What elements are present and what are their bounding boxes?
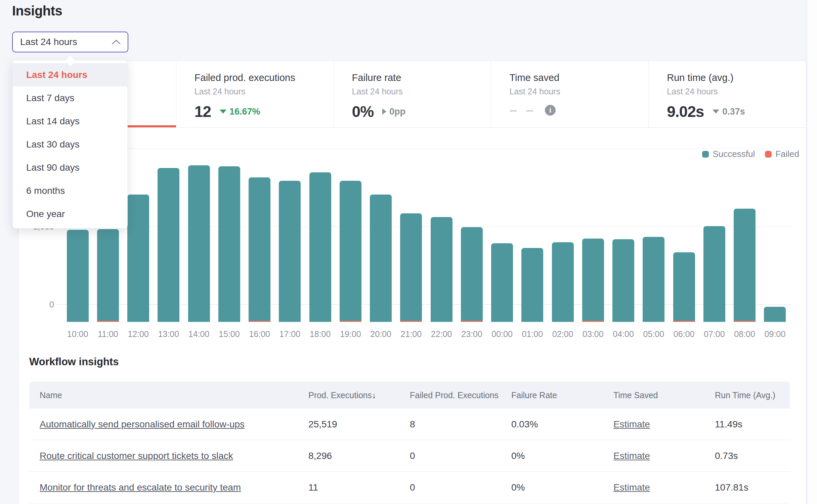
bar-failed-segment (582, 321, 604, 322)
info-icon[interactable]: i (545, 105, 556, 116)
menu-item-last-90-days[interactable]: Last 90 days (13, 156, 127, 179)
insights-panel: Failed prod. executionsLast 24 hours1216… (18, 60, 806, 504)
column-header-failure-rate[interactable]: Failure Rate (511, 382, 613, 409)
card-subtitle: Last 24 hours (667, 87, 799, 96)
run-time-cell: 107.81s (715, 472, 790, 503)
bar-group-17-00 (275, 165, 305, 322)
bar-successful-segment (188, 165, 210, 322)
card-delta-value: 16.67% (229, 107, 260, 117)
legend-item-failed[interactable]: Failed (765, 149, 799, 159)
bar (370, 195, 392, 322)
bar-successful-segment (309, 172, 331, 322)
metric-card-failure-rate[interactable]: Failure rateLast 24 hours0%0pp (334, 61, 491, 127)
card-delta: 16.67% (220, 107, 260, 117)
bar-failed-segment (461, 321, 483, 322)
bar (552, 242, 574, 322)
menu-item-last-14-days[interactable]: Last 14 days (13, 110, 127, 133)
bar-failed-segment (249, 321, 270, 322)
column-header-name[interactable]: Name (29, 382, 308, 409)
bar-group-19-00 (335, 165, 366, 322)
bar-group-16-00 (245, 165, 275, 322)
column-header-prod-executions[interactable]: Prod. Executions↓ (308, 382, 410, 409)
x-axis-label: 22:00 (426, 329, 457, 339)
bar (521, 248, 543, 322)
bar-successful-segment (431, 217, 453, 322)
estimate-link[interactable]: Estimate (613, 451, 650, 461)
bar-successful-segment (249, 177, 270, 321)
column-header-failed-prod-executions[interactable]: Failed Prod. Executions (410, 382, 511, 409)
card-value: 12 (195, 102, 211, 121)
bar (734, 209, 756, 322)
x-axis-label: 04:00 (608, 329, 639, 339)
table-row: Monitor for threats and escalate to secu… (29, 472, 790, 503)
menu-item-6-months[interactable]: 6 months (13, 179, 127, 202)
bar (491, 243, 513, 322)
bar-successful-segment (279, 181, 301, 322)
bar-successful-segment (643, 237, 664, 322)
x-axis-label: 20:00 (366, 329, 396, 339)
x-axis-label: 05:00 (639, 329, 669, 339)
estimate-link[interactable]: Estimate (613, 419, 650, 429)
estimate-link[interactable]: Estimate (613, 482, 650, 493)
metric-card-run-time-avg[interactable]: Run time (avg.)Last 24 hours9.02s0.37s (649, 61, 806, 127)
bar-successful-segment (400, 213, 422, 321)
menu-item-one-year[interactable]: One year (13, 202, 127, 225)
card-subtitle: Last 24 hours (509, 87, 642, 96)
bar-successful-segment (491, 243, 513, 322)
bar-successful-segment (158, 168, 179, 322)
bar-successful-segment (582, 239, 604, 321)
bar-group-15-00 (214, 165, 244, 322)
legend-item-successful[interactable]: Successful (702, 149, 755, 159)
executions-chart: Successful Failed 01,0002,000 10:0011:00… (19, 127, 806, 342)
card-delta-value: 0pp (389, 107, 405, 117)
workflow-name-link[interactable]: Automatically send personalised email fo… (40, 419, 245, 429)
scrollbar-track[interactable] (807, 0, 817, 504)
bar-group-20-00 (366, 165, 396, 322)
bar (612, 239, 634, 322)
metric-card-time-saved[interactable]: Time savedLast 24 hours– –i (491, 61, 649, 127)
bar-plot-area (62, 165, 790, 322)
x-axis-label: 02:00 (548, 329, 578, 339)
bar-failed-segment (400, 321, 422, 322)
legend-label-successful: Successful (713, 149, 755, 159)
workflow-table: NameProd. Executions↓Failed Prod. Execut… (29, 382, 790, 503)
card-subtitle: Last 24 hours (352, 87, 484, 96)
time-saved-cell: Estimate (613, 472, 715, 503)
card-value-row: – –i (509, 102, 642, 118)
bar-failed-segment (97, 321, 119, 322)
x-axis-label: 01:00 (517, 329, 548, 339)
workflow-table-header-row: NameProd. Executions↓Failed Prod. Execut… (29, 382, 790, 409)
prod-executions-cell: 11 (308, 472, 410, 503)
column-header-run-time-avg[interactable]: Run Time (Avg.) (715, 382, 790, 409)
x-axis-label: 18:00 (305, 329, 335, 339)
x-axis-label: 10:00 (62, 329, 93, 339)
bar-group-21-00 (396, 165, 426, 322)
bar-failed-segment (734, 321, 756, 322)
triangle-down-icon (220, 110, 226, 114)
workflow-name-link[interactable]: Route critical customer support tickets … (40, 451, 233, 461)
bar-group-04-00 (608, 165, 639, 322)
bar-successful-segment (521, 248, 543, 322)
bar-successful-segment (612, 239, 634, 322)
menu-item-last-7-days[interactable]: Last 7 days (13, 86, 127, 110)
metric-card-failed-prod-executions[interactable]: Failed prod. executionsLast 24 hours1216… (176, 61, 334, 127)
bar-group-06-00 (669, 165, 699, 322)
card-value-row: 1216.67% (195, 102, 327, 121)
workflow-insights-heading: Workflow insights (29, 356, 119, 368)
bar-successful-segment (764, 307, 786, 322)
bar-group-07-00 (699, 165, 729, 322)
bar-successful-segment (673, 252, 695, 321)
bar-successful-segment (127, 195, 149, 322)
column-header-time-saved[interactable]: Time Saved (613, 382, 715, 409)
bar-group-23-00 (457, 165, 487, 322)
x-axis-label: 08:00 (730, 329, 760, 339)
prod-executions-cell: 8,296 (308, 440, 410, 472)
card-delta: 0pp (382, 107, 405, 117)
bar-successful-segment (370, 195, 392, 322)
x-axis-label: 07:00 (699, 329, 729, 339)
menu-item-last-30-days[interactable]: Last 30 days (13, 133, 127, 156)
menu-item-last-24-hours[interactable]: Last 24 hours (13, 63, 127, 86)
workflow-name-link[interactable]: Monitor for threats and escalate to secu… (40, 482, 241, 493)
x-axis-label: 12:00 (123, 329, 154, 339)
time-range-select[interactable]: Last 24 hours (12, 32, 128, 52)
